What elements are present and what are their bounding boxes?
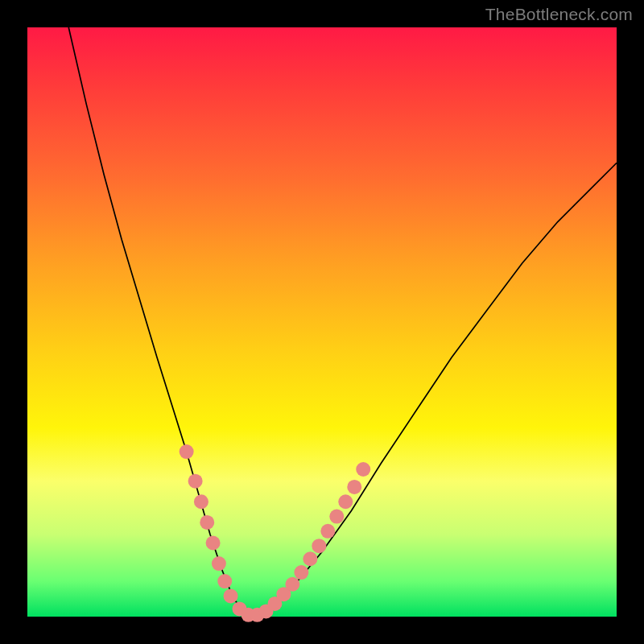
curve-marker	[312, 539, 326, 553]
curve-markers	[180, 444, 371, 622]
curve-marker	[200, 515, 214, 530]
curve-marker	[294, 565, 308, 580]
watermark-text: TheBottleneck.com	[485, 5, 633, 24]
curve-marker	[206, 536, 221, 551]
curve-marker	[285, 577, 299, 592]
curve-marker	[188, 474, 203, 489]
curve-marker	[338, 494, 353, 509]
bottleneck-curve	[68, 27, 617, 616]
chart-svg	[27, 27, 617, 617]
curve-marker	[347, 480, 361, 494]
curve-marker	[194, 494, 208, 509]
curve-marker	[217, 574, 232, 588]
curve-marker	[224, 588, 238, 603]
curve-marker	[180, 444, 194, 459]
curve-marker	[212, 556, 226, 571]
curve-marker	[320, 524, 335, 539]
curve-marker	[329, 510, 344, 524]
curve-marker	[303, 551, 317, 566]
curve-marker	[356, 462, 370, 477]
